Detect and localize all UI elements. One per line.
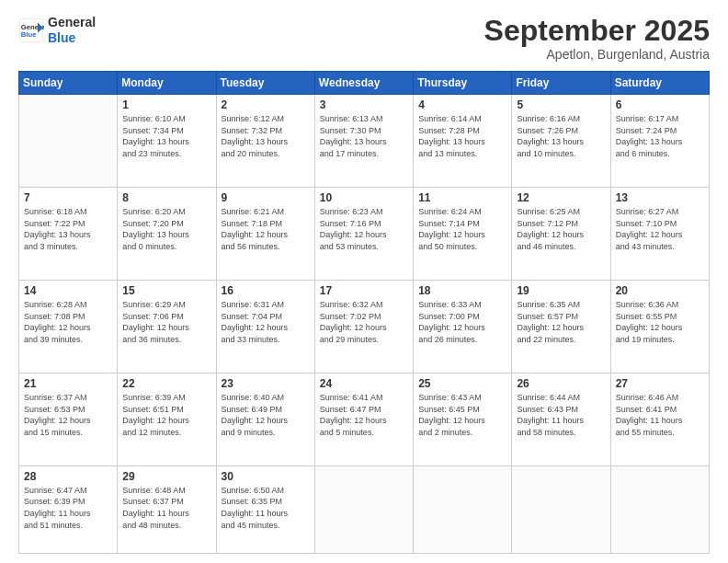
day-number: 27 — [616, 377, 704, 390]
day-number: 11 — [418, 191, 506, 204]
calendar-cell: 20Sunrise: 6:36 AMSunset: 6:55 PMDayligh… — [610, 281, 709, 373]
day-number: 3 — [320, 98, 408, 111]
calendar-week-3: 14Sunrise: 6:28 AMSunset: 7:08 PMDayligh… — [19, 281, 710, 373]
calendar-cell: 30Sunrise: 6:50 AMSunset: 6:35 PMDayligh… — [216, 465, 314, 553]
col-header-saturday: Saturday — [610, 72, 709, 95]
day-number: 26 — [517, 377, 605, 390]
day-info: Sunrise: 6:24 AMSunset: 7:14 PMDaylight:… — [418, 206, 506, 252]
page: General Blue General Blue September 2025… — [0, 0, 728, 563]
day-number: 17 — [320, 284, 408, 297]
location-subtitle: Apetlon, Burgenland, Austria — [484, 47, 710, 62]
calendar-cell: 1Sunrise: 6:10 AMSunset: 7:34 PMDaylight… — [118, 95, 216, 188]
day-info: Sunrise: 6:29 AMSunset: 7:06 PMDaylight:… — [122, 299, 210, 345]
calendar-cell: 21Sunrise: 6:37 AMSunset: 6:53 PMDayligh… — [19, 373, 118, 465]
calendar-cell: 12Sunrise: 6:25 AMSunset: 7:12 PMDayligh… — [512, 188, 610, 281]
calendar-week-2: 7Sunrise: 6:18 AMSunset: 7:22 PMDaylight… — [19, 188, 710, 281]
calendar-week-5: 28Sunrise: 6:47 AMSunset: 6:39 PMDayligh… — [19, 465, 710, 553]
day-info: Sunrise: 6:35 AMSunset: 6:57 PMDaylight:… — [517, 299, 605, 345]
col-header-wednesday: Wednesday — [314, 72, 413, 95]
svg-text:Blue: Blue — [21, 30, 37, 39]
day-info: Sunrise: 6:10 AMSunset: 7:34 PMDaylight:… — [122, 113, 210, 159]
title-block: September 2025 Apetlon, Burgenland, Aust… — [484, 15, 710, 62]
day-number: 18 — [418, 284, 506, 297]
calendar-cell: 9Sunrise: 6:21 AMSunset: 7:18 PMDaylight… — [216, 188, 314, 281]
day-number: 4 — [418, 98, 506, 111]
day-info: Sunrise: 6:40 AMSunset: 6:49 PMDaylight:… — [222, 392, 310, 438]
day-info: Sunrise: 6:37 AMSunset: 6:53 PMDaylight:… — [24, 392, 112, 438]
day-info: Sunrise: 6:25 AMSunset: 7:12 PMDaylight:… — [517, 206, 605, 252]
header: General Blue General Blue September 2025… — [18, 15, 710, 62]
logo: General Blue General Blue — [18, 15, 96, 46]
day-number: 13 — [616, 191, 704, 204]
calendar-cell: 27Sunrise: 6:46 AMSunset: 6:41 PMDayligh… — [610, 373, 709, 465]
calendar-cell: 4Sunrise: 6:14 AMSunset: 7:28 PMDaylight… — [414, 95, 512, 188]
day-info: Sunrise: 6:28 AMSunset: 7:08 PMDaylight:… — [24, 299, 112, 345]
day-number: 23 — [222, 377, 310, 390]
calendar-week-1: 1Sunrise: 6:10 AMSunset: 7:34 PMDaylight… — [19, 95, 710, 188]
col-header-thursday: Thursday — [414, 72, 512, 95]
calendar-table: SundayMondayTuesdayWednesdayThursdayFrid… — [18, 71, 710, 554]
day-number: 8 — [122, 191, 210, 204]
day-number: 16 — [222, 284, 310, 297]
logo-blue: Blue — [48, 30, 96, 46]
day-info: Sunrise: 6:33 AMSunset: 7:00 PMDaylight:… — [418, 299, 506, 345]
calendar-cell: 28Sunrise: 6:47 AMSunset: 6:39 PMDayligh… — [19, 465, 118, 553]
day-info: Sunrise: 6:47 AMSunset: 6:39 PMDaylight:… — [24, 485, 112, 531]
calendar-cell — [414, 465, 512, 553]
calendar-week-4: 21Sunrise: 6:37 AMSunset: 6:53 PMDayligh… — [19, 373, 710, 465]
calendar-cell: 6Sunrise: 6:17 AMSunset: 7:24 PMDaylight… — [610, 95, 709, 188]
calendar-cell: 3Sunrise: 6:13 AMSunset: 7:30 PMDaylight… — [314, 95, 413, 188]
day-number: 20 — [616, 284, 704, 297]
calendar-cell: 8Sunrise: 6:20 AMSunset: 7:20 PMDaylight… — [118, 188, 216, 281]
day-info: Sunrise: 6:14 AMSunset: 7:28 PMDaylight:… — [418, 113, 506, 159]
calendar-cell — [512, 465, 610, 553]
day-number: 28 — [24, 470, 112, 483]
day-info: Sunrise: 6:48 AMSunset: 6:37 PMDaylight:… — [122, 485, 210, 531]
day-number: 30 — [222, 470, 310, 483]
day-info: Sunrise: 6:17 AMSunset: 7:24 PMDaylight:… — [616, 113, 704, 159]
day-number: 5 — [517, 98, 605, 111]
day-info: Sunrise: 6:20 AMSunset: 7:20 PMDaylight:… — [122, 206, 210, 252]
calendar-cell: 26Sunrise: 6:44 AMSunset: 6:43 PMDayligh… — [512, 373, 610, 465]
day-number: 14 — [24, 284, 112, 297]
day-number: 1 — [122, 98, 210, 111]
calendar-header-row: SundayMondayTuesdayWednesdayThursdayFrid… — [19, 72, 710, 95]
day-info: Sunrise: 6:36 AMSunset: 6:55 PMDaylight:… — [616, 299, 704, 345]
day-number: 15 — [122, 284, 210, 297]
col-header-friday: Friday — [512, 72, 610, 95]
calendar-cell: 2Sunrise: 6:12 AMSunset: 7:32 PMDaylight… — [216, 95, 314, 188]
month-title: September 2025 — [484, 15, 710, 47]
calendar-cell: 18Sunrise: 6:33 AMSunset: 7:00 PMDayligh… — [414, 281, 512, 373]
logo-general: General — [48, 15, 96, 30]
calendar-cell: 23Sunrise: 6:40 AMSunset: 6:49 PMDayligh… — [216, 373, 314, 465]
day-number: 24 — [320, 377, 408, 390]
day-info: Sunrise: 6:39 AMSunset: 6:51 PMDaylight:… — [122, 392, 210, 438]
day-number: 9 — [222, 191, 310, 204]
calendar-cell: 13Sunrise: 6:27 AMSunset: 7:10 PMDayligh… — [610, 188, 709, 281]
calendar-cell: 15Sunrise: 6:29 AMSunset: 7:06 PMDayligh… — [118, 281, 216, 373]
calendar-cell — [610, 465, 709, 553]
calendar-cell: 25Sunrise: 6:43 AMSunset: 6:45 PMDayligh… — [414, 373, 512, 465]
day-info: Sunrise: 6:21 AMSunset: 7:18 PMDaylight:… — [222, 206, 310, 252]
calendar-cell: 5Sunrise: 6:16 AMSunset: 7:26 PMDaylight… — [512, 95, 610, 188]
day-number: 7 — [24, 191, 112, 204]
day-info: Sunrise: 6:13 AMSunset: 7:30 PMDaylight:… — [320, 113, 408, 159]
calendar-cell — [314, 465, 413, 553]
calendar-cell: 11Sunrise: 6:24 AMSunset: 7:14 PMDayligh… — [414, 188, 512, 281]
day-number: 12 — [517, 191, 605, 204]
day-info: Sunrise: 6:46 AMSunset: 6:41 PMDaylight:… — [616, 392, 704, 438]
day-number: 22 — [122, 377, 210, 390]
day-info: Sunrise: 6:41 AMSunset: 6:47 PMDaylight:… — [320, 392, 408, 438]
col-header-sunday: Sunday — [19, 72, 118, 95]
day-info: Sunrise: 6:31 AMSunset: 7:04 PMDaylight:… — [222, 299, 310, 345]
day-info: Sunrise: 6:44 AMSunset: 6:43 PMDaylight:… — [517, 392, 605, 438]
day-number: 21 — [24, 377, 112, 390]
calendar-cell: 14Sunrise: 6:28 AMSunset: 7:08 PMDayligh… — [19, 281, 118, 373]
calendar-cell — [19, 95, 118, 188]
calendar-cell: 24Sunrise: 6:41 AMSunset: 6:47 PMDayligh… — [314, 373, 413, 465]
col-header-tuesday: Tuesday — [216, 72, 314, 95]
calendar-cell: 19Sunrise: 6:35 AMSunset: 6:57 PMDayligh… — [512, 281, 610, 373]
calendar-cell: 10Sunrise: 6:23 AMSunset: 7:16 PMDayligh… — [314, 188, 413, 281]
day-info: Sunrise: 6:27 AMSunset: 7:10 PMDaylight:… — [616, 206, 704, 252]
day-number: 2 — [222, 98, 310, 111]
